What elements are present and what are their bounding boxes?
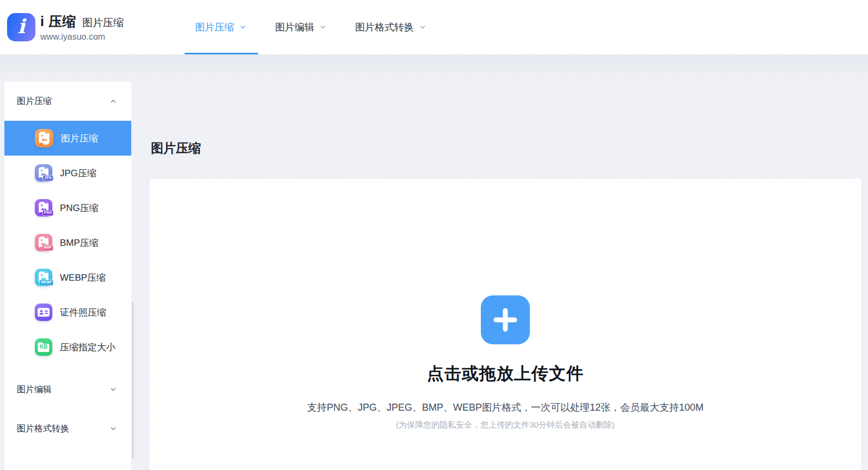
section-label: 图片编辑: [17, 384, 52, 395]
chevron-down-icon: [109, 386, 117, 393]
page-title: 图片压缩: [151, 140, 201, 157]
chevron-down-icon: [319, 23, 327, 31]
image-compress-icon: WEBP: [35, 269, 52, 286]
upload-dropzone[interactable]: 点击或拖放上传文件 支持PNG、JPG、JPEG、BMP、WEBP图片格式，一次…: [149, 178, 862, 470]
brand-text: i 压缩 图片压缩 www.iyasuo.com: [40, 13, 124, 42]
kb-folder-icon: KB: [35, 338, 52, 356]
sidebar-item-label: WEBP压缩: [60, 271, 106, 284]
brand-product: 图片压缩: [82, 16, 124, 30]
upload-support-text: 支持PNG、JPG、JPEG、BMP、WEBP图片格式，一次可以处理12张，会员…: [307, 401, 704, 414]
format-badge: JPG: [43, 175, 53, 181]
sidebar-item-idphoto-compress[interactable]: 证件照压缩: [4, 295, 131, 330]
page-background: 图片压缩 图片压缩: [0, 54, 868, 470]
section-label: 图片格式转换: [17, 423, 69, 435]
image-compress-icon: PNG: [35, 199, 52, 217]
id-card-icon: [35, 304, 52, 321]
nav-item-label: 图片压缩: [195, 21, 234, 34]
format-badge: BMP: [42, 245, 53, 251]
sidebar-item-png-compress[interactable]: PNG PNG压缩: [4, 190, 131, 225]
sidebar-item-label: 证件照压缩: [60, 306, 106, 319]
plus-icon: [492, 307, 518, 333]
chevron-down-icon: [109, 425, 117, 432]
top-nav: 图片压缩 图片编辑 图片格式转换: [181, 0, 441, 54]
sidebar-item-label: 图片压缩: [61, 132, 98, 145]
chevron-down-icon: [239, 23, 247, 31]
nav-item-image-compress[interactable]: 图片压缩: [181, 0, 261, 54]
nav-item-format-convert[interactable]: 图片格式转换: [341, 0, 441, 54]
sidebar-item-image-compress[interactable]: 图片压缩: [4, 121, 131, 156]
chevron-up-icon: [109, 97, 117, 105]
nav-item-label: 图片编辑: [275, 21, 314, 34]
sidebar-item-compress-to-size[interactable]: KB 压缩指定大小: [4, 330, 131, 364]
image-compress-icon: [35, 129, 53, 147]
upload-plus-button[interactable]: [481, 295, 530, 344]
image-compress-icon: JPG: [35, 164, 52, 182]
sidebar-scrollbar[interactable]: [132, 302, 134, 459]
section-label: 图片压缩: [17, 96, 52, 107]
brand-logo[interactable]: i i 压缩 图片压缩 www.iyasuo.com: [7, 13, 124, 42]
kb-badge: KB: [35, 344, 52, 350]
sidebar-item-label: 压缩指定大小: [60, 341, 115, 354]
format-badge: WEBP: [39, 280, 53, 286]
nav-item-image-edit[interactable]: 图片编辑: [261, 0, 341, 54]
sidebar-item-bmp-compress[interactable]: BMP BMP压缩: [4, 225, 131, 260]
brand-logo-icon: i: [7, 13, 35, 41]
upload-title: 点击或拖放上传文件: [427, 362, 584, 385]
sidebar-item-webp-compress[interactable]: WEBP WEBP压缩: [4, 260, 131, 295]
image-compress-icon: BMP: [35, 234, 52, 251]
chevron-down-icon: [419, 23, 426, 31]
sidebar-item-label: PNG压缩: [60, 202, 99, 214]
sidebar-section-image-edit[interactable]: 图片编辑: [4, 370, 131, 409]
top-header: i i 压缩 图片压缩 www.iyasuo.com 图片压缩 图片编辑 图片格…: [0, 0, 868, 54]
brand-domain: www.iyasuo.com: [40, 32, 124, 42]
sidebar: 图片压缩 图片压缩: [4, 82, 131, 470]
sidebar-item-label: BMP压缩: [60, 237, 99, 249]
sidebar-item-jpg-compress[interactable]: JPG JPG压缩: [4, 156, 131, 190]
logo-i-mark: i: [17, 16, 25, 38]
format-badge: PNG: [42, 210, 53, 216]
sidebar-section-image-compress[interactable]: 图片压缩: [4, 82, 131, 121]
sidebar-section-format-convert[interactable]: 图片格式转换: [4, 409, 131, 448]
nav-item-label: 图片格式转换: [355, 21, 414, 34]
upload-privacy-text: (为保障您的隐私安全，您上传的文件30分钟后会被自动删除): [396, 420, 615, 430]
brand-name: i 压缩: [40, 13, 76, 30]
sidebar-item-label: JPG压缩: [60, 167, 96, 180]
